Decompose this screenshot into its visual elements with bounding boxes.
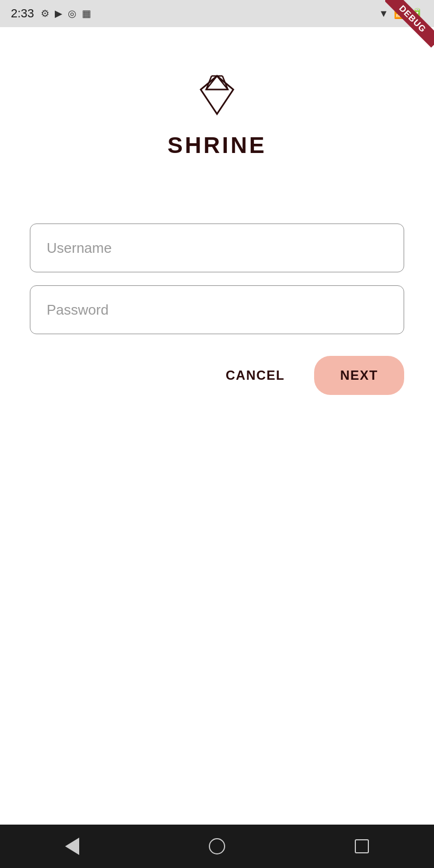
cancel-button[interactable]: CANCEL [213, 357, 298, 394]
nav-home-button[interactable] [209, 838, 225, 854]
recents-icon [355, 839, 369, 853]
status-bar: 2:33 ⚙ ▶ ◎ ▦ ▼ 📶 🔋 [0, 0, 434, 27]
status-icons: ⚙ ▶ ◎ ▦ [41, 8, 91, 20]
shrine-diamond-icon [193, 71, 241, 119]
nav-back-button[interactable] [65, 838, 79, 855]
debug-banner: DEBUG [385, 0, 434, 49]
back-icon [65, 838, 79, 855]
password-input[interactable] [30, 285, 404, 334]
at-icon: ◎ [68, 8, 76, 20]
home-icon [209, 838, 225, 854]
status-left: 2:33 ⚙ ▶ ◎ ▦ [11, 7, 91, 21]
username-input[interactable] [30, 224, 404, 272]
play-icon: ▶ [55, 8, 62, 20]
gear-icon: ⚙ [41, 8, 49, 20]
login-form: CANCEL NEXT [30, 224, 404, 395]
grid-icon: ▦ [82, 8, 91, 20]
app-title: SHRINE [168, 132, 267, 158]
nav-recents-button[interactable] [355, 839, 369, 853]
status-time: 2:33 [11, 7, 34, 21]
next-button[interactable]: NEXT [314, 356, 404, 395]
buttons-container: CANCEL NEXT [30, 356, 404, 395]
svg-marker-0 [201, 76, 233, 114]
debug-banner-label: DEBUG [385, 0, 434, 48]
nav-bar [0, 825, 434, 868]
logo-container: SHRINE [168, 71, 267, 158]
main-content: SHRINE CANCEL NEXT [0, 27, 434, 825]
